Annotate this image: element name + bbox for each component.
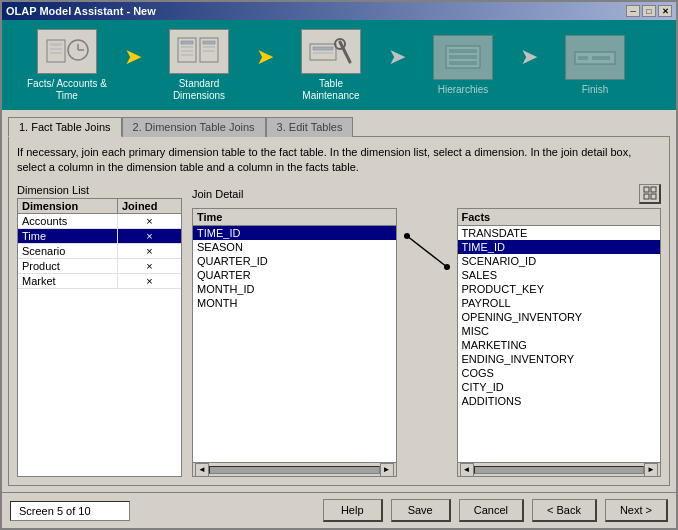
hierarchies-icon [438,38,488,76]
join-detail-header: Join Detail [192,184,661,204]
minimize-button[interactable]: ─ [626,5,640,17]
wizard-step-dimensions-label: StandardDimensions [173,78,225,102]
facts-item-scenario-id[interactable]: SCENARIO_ID [458,254,661,268]
wizard-step-table-label: TableMaintenance [302,78,359,102]
arrow-4: ➤ [520,44,538,70]
dim-row-accounts[interactable]: Accounts × [18,214,181,229]
arrow-1: ➤ [124,44,142,70]
join-list-time-items[interactable]: TIME_ID SEASON QUARTER_ID QUARTER MONTH_… [193,226,396,462]
svg-line-32 [407,236,447,267]
time-scroll-right[interactable]: ► [380,463,394,477]
facts-scroll-right[interactable]: ► [644,463,658,477]
save-button[interactable]: Save [391,499,451,522]
time-item-quarter[interactable]: QUARTER [193,268,396,282]
wizard-step-dimensions[interactable]: StandardDimensions [144,29,254,102]
svg-rect-8 [181,41,193,44]
facts-item-opening-inventory[interactable]: OPENING_INVENTORY [458,310,661,324]
svg-rect-24 [449,61,477,65]
wizard-step-finish-icon [565,35,625,80]
time-item-season[interactable]: SEASON [193,240,396,254]
facts-item-cogs[interactable]: COGS [458,366,661,380]
svg-rect-31 [651,194,656,199]
wizard-step-facts-label: Facts/ Accounts &Time [27,78,107,102]
svg-rect-17 [313,47,333,50]
dim-cell-time-joined: × [118,229,181,243]
wizard-step-facts-icon [37,29,97,74]
join-icon-button[interactable] [639,184,661,204]
back-button[interactable]: < Back [532,499,597,522]
svg-point-34 [444,264,450,270]
wizard-banner: Facts/ Accounts &Time ➤ StandardDimensio… [2,20,676,110]
join-list-facts[interactable]: Facts TRANSDATE TIME_ID SCENARIO_ID SALE… [457,208,662,477]
facts-item-misc[interactable]: MISC [458,324,661,338]
tab-edit-tables[interactable]: 3. Edit Tables [266,117,354,137]
time-scroll-left[interactable]: ◄ [195,463,209,477]
dimension-list-table[interactable]: Dimension Joined Accounts × Time × [17,198,182,477]
facts-item-payroll[interactable]: PAYROLL [458,296,661,310]
dim-col-dimension-header: Dimension [18,199,118,213]
svg-rect-9 [181,46,193,48]
facts-scroll-left[interactable]: ◄ [460,463,474,477]
screen-indicator: Screen 5 of 10 [10,501,130,521]
svg-point-33 [404,233,410,239]
help-button[interactable]: Help [323,499,383,522]
time-item-month[interactable]: MONTH [193,296,396,310]
dim-cell-product-name: Product [18,259,118,273]
dim-cell-scenario-joined: × [118,244,181,258]
time-item-quarter-id[interactable]: QUARTER_ID [193,254,396,268]
svg-rect-23 [449,55,477,59]
svg-rect-15 [203,50,215,52]
finish-icon [570,38,620,76]
facts-item-city-id[interactable]: CITY_ID [458,380,661,394]
svg-rect-3 [50,52,62,54]
dim-row-market[interactable]: Market × [18,274,181,289]
table-icon [306,32,356,70]
facts-item-marketing[interactable]: MARKETING [458,338,661,352]
wizard-step-hierarchies-icon [433,35,493,80]
wizard-step-dimensions-icon [169,29,229,74]
wizard-step-table-icon [301,29,361,74]
wizard-step-finish[interactable]: Finish [540,35,650,96]
close-button[interactable]: ✕ [658,5,672,17]
next-button[interactable]: Next > [605,499,668,522]
facts-scroll-track[interactable] [474,466,645,474]
maximize-button[interactable]: □ [642,5,656,17]
join-button-icon [643,186,657,200]
dim-table-header: Dimension Joined [18,199,181,214]
time-item-month-id[interactable]: MONTH_ID [193,282,396,296]
dim-cell-accounts-joined: × [118,214,181,228]
facts-item-product-key[interactable]: PRODUCT_KEY [458,282,661,296]
title-bar-buttons: ─ □ ✕ [626,5,672,17]
svg-rect-2 [50,48,62,50]
time-item-time-id[interactable]: TIME_ID [193,226,396,240]
svg-rect-10 [181,50,193,52]
svg-rect-26 [578,56,588,60]
main-window: OLAP Model Assistant - New ─ □ ✕ Fact [0,0,678,530]
time-list-scrollbar[interactable]: ◄ ► [193,462,396,476]
dim-row-scenario[interactable]: Scenario × [18,244,181,259]
facts-item-transdate[interactable]: TRANSDATE [458,226,661,240]
facts-list-scrollbar[interactable]: ◄ ► [458,462,661,476]
svg-rect-29 [651,187,656,192]
wizard-step-facts[interactable]: Facts/ Accounts &Time [12,29,122,102]
time-scroll-track[interactable] [209,466,380,474]
dim-row-time[interactable]: Time × [18,229,181,244]
svg-rect-27 [592,56,610,60]
dim-row-product[interactable]: Product × [18,259,181,274]
join-list-time[interactable]: Time TIME_ID SEASON QUARTER_ID QUARTER M… [192,208,397,477]
facts-item-ending-inventory[interactable]: ENDING_INVENTORY [458,352,661,366]
facts-item-sales[interactable]: SALES [458,268,661,282]
window-title: OLAP Model Assistant - New [6,5,156,17]
facts-item-additions[interactable]: ADDITIONS [458,394,661,408]
facts-item-time-id[interactable]: TIME_ID [458,240,661,254]
cancel-button[interactable]: Cancel [459,499,524,522]
join-list-facts-items[interactable]: TRANSDATE TIME_ID SCENARIO_ID SALES PROD… [458,226,661,462]
join-tables-row: Time TIME_ID SEASON QUARTER_ID QUARTER M… [192,208,661,477]
tab-dimension-joins[interactable]: 2. Dimension Table Joins [122,117,266,137]
wizard-step-table[interactable]: TableMaintenance [276,29,386,102]
tab-fact-joins[interactable]: 1. Fact Table Joins [8,117,122,137]
dim-cell-product-joined: × [118,259,181,273]
tab-panel: If necessary, join each primary dimensio… [8,136,670,486]
join-detail-label: Join Detail [192,188,243,200]
wizard-step-hierarchies[interactable]: Hierarchies [408,35,518,96]
